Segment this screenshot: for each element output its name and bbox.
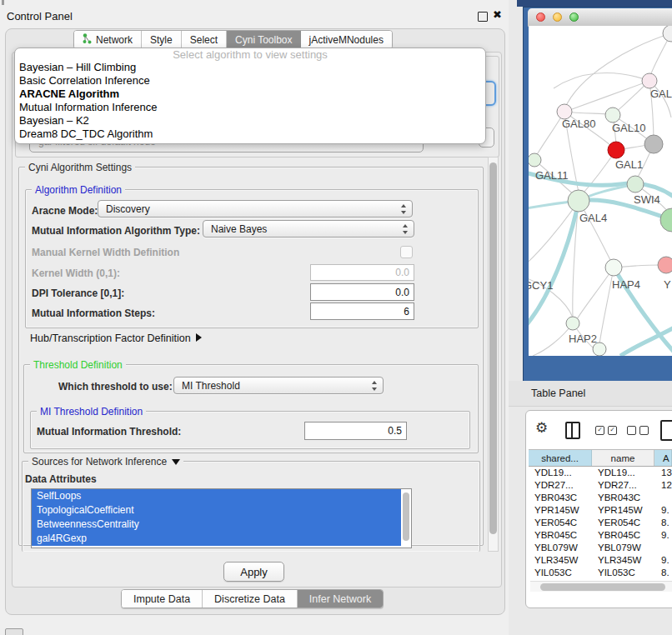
data-attributes-list[interactable]: SelfLoopsTopologicalCoefficientBetweenne…: [31, 488, 412, 548]
tab-discretize-data[interactable]: Discretize Data: [203, 590, 298, 608]
tab-network-label: Network: [96, 34, 133, 46]
tab-cyni-toolbox[interactable]: Cyni Toolbox: [227, 31, 300, 48]
table-cell: YBR043C: [592, 492, 654, 504]
mi-steps-field[interactable]: 6: [310, 302, 414, 320]
network-edge[interactable]: [572, 81, 649, 109]
network-node-label: GAL: [650, 88, 672, 100]
table-row[interactable]: YBL079WYBL079W: [529, 542, 672, 554]
hub-definition-toggle[interactable]: Hub/Transcription Factor Definition: [30, 332, 202, 344]
sources-title[interactable]: Sources for Network Inference: [28, 456, 183, 468]
network-node[interactable]: [644, 135, 663, 153]
network-edge[interactable]: [529, 201, 579, 330]
dpi-tolerance-field[interactable]: 0.0: [310, 283, 414, 301]
table-row[interactable]: YIL053CYIL053C8.: [529, 567, 672, 579]
table-row[interactable]: YPR145WYPR145W9.: [529, 504, 672, 517]
network-node[interactable]: [566, 317, 579, 330]
algorithm-option[interactable]: Mutual Information Inference: [15, 101, 485, 114]
aracne-mode-combo[interactable]: Discovery: [98, 200, 413, 218]
desktop-strip: [517, 0, 672, 7]
manual-kernel-checkbox[interactable]: [400, 246, 413, 258]
close-icon[interactable]: ✖: [493, 8, 502, 21]
tab-style[interactable]: Style: [142, 31, 182, 48]
settings-scrollbar[interactable]: [488, 157, 499, 552]
table-row[interactable]: YBR043CYBR043C: [529, 492, 672, 504]
bottom-tabs: Impute Data Discretize Data Infer Networ…: [121, 589, 384, 608]
which-threshold-combo[interactable]: MI Threshold: [173, 377, 384, 394]
kernel-width-label: Kernel Width (0,1):: [32, 268, 120, 279]
table-row[interactable]: YER054CYER054C8.: [529, 517, 672, 529]
algorithm-option[interactable]: Bayesian – K2: [15, 114, 485, 128]
network-window-titlebar[interactable]: [528, 8, 672, 27]
tab-select[interactable]: Select: [182, 31, 227, 48]
network-node[interactable]: [658, 257, 672, 273]
control-panel-titlebar: Control Panel ✖: [0, 0, 509, 22]
network-node[interactable]: [568, 190, 589, 212]
table-cell: YPR145W: [592, 504, 654, 517]
network-edge[interactable]: [533, 323, 573, 356]
table-row[interactable]: YDR27...YDR27...12: [529, 479, 672, 492]
table-panel-title: Table Panel: [531, 388, 585, 399]
table-row[interactable]: YDL19...YDL19...13: [529, 467, 672, 479]
algorithm-option[interactable]: ARACNE Algorithm: [15, 88, 485, 101]
table-cell: [654, 542, 672, 554]
network-node[interactable]: [663, 26, 672, 42]
table-hscrollbar[interactable]: [530, 581, 672, 592]
bottom-corner-button[interactable]: [5, 628, 23, 635]
table-cell: YDR27...: [529, 479, 592, 492]
close-traffic-light[interactable]: [536, 12, 545, 22]
kernel-width-field[interactable]: 0.0: [310, 264, 414, 281]
network-node[interactable]: [605, 259, 622, 276]
network-node[interactable]: [529, 153, 541, 167]
zoom-traffic-light[interactable]: [569, 12, 579, 22]
mi-threshold-field[interactable]: 0.5: [304, 422, 407, 440]
column-header-third[interactable]: A: [654, 450, 672, 466]
table-rows[interactable]: YDL19...YDL19...13YDR27...YDR27...12YBR0…: [529, 467, 672, 581]
tab-impute-data[interactable]: Impute Data: [122, 590, 203, 608]
column-header-name[interactable]: name: [592, 450, 654, 466]
attribute-item[interactable]: TopologicalCoefficient: [32, 503, 401, 518]
tab-infer-network[interactable]: Infer Network: [298, 590, 383, 608]
table-cell: YBL079W: [592, 542, 654, 554]
select-all-checkboxes-icon[interactable]: ✓✓: [595, 426, 617, 435]
algorithm-option[interactable]: Bayesian – Hill Climbing: [15, 61, 485, 74]
network-edge[interactable]: [535, 112, 564, 158]
network-node[interactable]: [593, 342, 606, 356]
network-node[interactable]: [660, 208, 672, 232]
attribute-item[interactable]: gal4RGexp: [32, 532, 401, 546]
mi-threshold-label: Mutual Information Threshold:: [37, 426, 181, 438]
attribute-item[interactable]: SelfLoops: [32, 489, 401, 503]
table-cell: 9.: [654, 529, 672, 542]
attributes-scrollbar[interactable]: [402, 491, 410, 544]
table-cell: 8.: [654, 517, 672, 529]
network-canvas[interactable]: GALGAL80GAL10GAL1GAL11SWI4GAL4GCY1HAP4YH…: [529, 26, 672, 356]
control-panel-tabs: Network Style Select Cyni Toolbox jActiv…: [73, 30, 393, 49]
network-node-label: SWI4: [634, 193, 660, 206]
algorithm-option[interactable]: Basic Correlation Inference: [15, 74, 485, 88]
gear-icon[interactable]: ⚙: [535, 419, 548, 437]
algorithm-option[interactable]: Dream8 DC_TDC Algorithm: [15, 128, 485, 141]
table-row[interactable]: YLR345WYLR345W9.: [529, 554, 672, 567]
settings-scrollbar-thumb[interactable]: [489, 162, 497, 534]
export-table-icon[interactable]: [660, 420, 672, 441]
apply-button[interactable]: Apply: [223, 562, 284, 582]
table-cell: YPR145W: [529, 504, 592, 517]
column-layout-icon[interactable]: [565, 422, 580, 439]
mi-type-combo[interactable]: Naive Bayes: [203, 220, 414, 238]
tab-network[interactable]: Network: [74, 31, 142, 48]
float-window-icon[interactable]: [478, 12, 488, 22]
network-node[interactable]: [627, 176, 644, 192]
network-edge[interactable]: [577, 268, 614, 319]
column-header-shared[interactable]: shared...: [529, 450, 592, 466]
network-node[interactable]: [605, 108, 620, 122]
network-node[interactable]: [608, 142, 624, 158]
minimize-traffic-light[interactable]: [553, 12, 562, 22]
table-cell: [654, 492, 672, 504]
table-panel-header: Table Panel: [509, 381, 672, 407]
tab-jactivemnodules[interactable]: jActiveMNodules: [301, 31, 392, 48]
table-row[interactable]: YBR045CYBR045C9.: [529, 529, 672, 542]
attribute-item[interactable]: BetweennessCentrality: [32, 518, 401, 532]
deselect-all-checkboxes-icon[interactable]: [627, 426, 649, 435]
network-node[interactable]: [642, 73, 657, 88]
table-hscrollbar-thumb[interactable]: [540, 583, 665, 591]
network-node-label: GAL10: [612, 122, 645, 134]
